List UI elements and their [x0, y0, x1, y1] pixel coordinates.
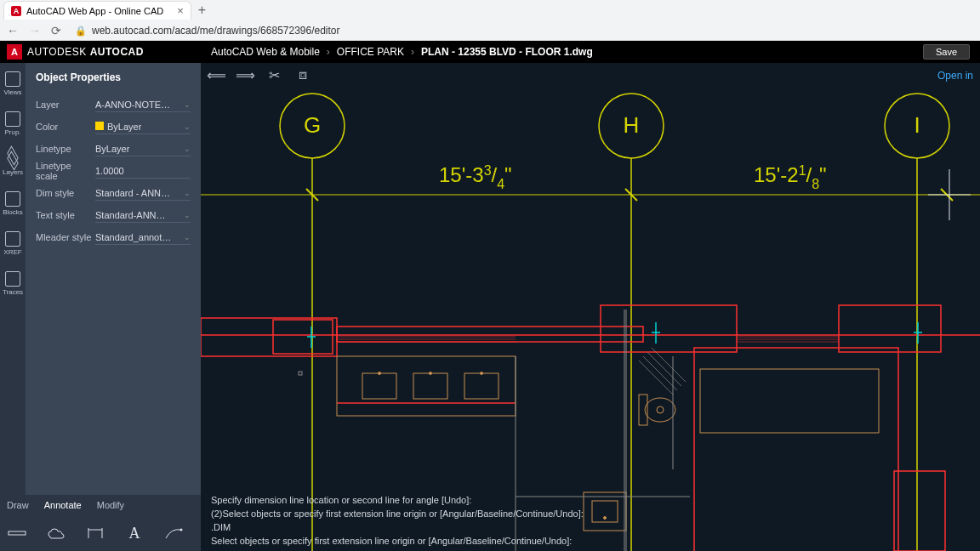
open-in-link[interactable]: Open in	[937, 70, 973, 82]
svg-rect-41	[639, 395, 647, 425]
rail-layers[interactable]: Layers	[3, 151, 23, 176]
prop-layer[interactable]: LayerA-ANNO-NOTE FUR...⌄	[36, 94, 191, 116]
svg-rect-19	[337, 327, 643, 342]
svg-rect-47	[299, 372, 302, 375]
prop-mleader-style[interactable]: Mleader styleStandard_annotati...⌄	[36, 226, 191, 248]
chevron-down-icon: ⌄	[184, 189, 191, 197]
chevron-down-icon: ⌄	[184, 233, 191, 241]
svg-point-34	[481, 372, 483, 375]
drawing-canvas[interactable]: ⟸ ⟹ ✂ ⧈ Open in G H I 15	[201, 63, 980, 551]
breadcrumb-file[interactable]: PLAN - 12355 BLVD - FLOOR 1.dwg	[421, 46, 593, 58]
back-button[interactable]: ←	[7, 24, 19, 37]
brand-text: AUTODESK AUTOCAD	[27, 46, 144, 58]
svg-text:G: G	[304, 112, 321, 138]
forward-button[interactable]: →	[29, 24, 41, 37]
breadcrumb-folder[interactable]: OFFICE PARK	[337, 46, 404, 58]
app-logo: A	[7, 44, 22, 60]
prop-dim-style[interactable]: Dim styleStandard - ANNOTA...⌄	[36, 182, 191, 204]
reload-button[interactable]: ⟳	[51, 24, 61, 37]
prop-color[interactable]: ColorByLayer⌄	[36, 116, 191, 138]
svg-rect-31	[413, 373, 447, 399]
chevron-right-icon: ›	[411, 46, 414, 58]
chevron-right-icon: ›	[327, 46, 330, 58]
svg-line-48	[643, 356, 677, 390]
lock-icon: 🔒	[75, 26, 87, 37]
bottom-tabs: Draw Annotate Modify	[0, 495, 201, 515]
chevron-down-icon: ⌄	[184, 145, 191, 153]
command-output: Specify dimension line location or secon…	[201, 490, 980, 551]
canvas-toolbar: ⟸ ⟹ ✂ ⧈	[208, 66, 311, 83]
dimension-icon[interactable]	[85, 523, 105, 543]
svg-rect-20	[601, 305, 737, 352]
save-button[interactable]: Save	[923, 44, 970, 60]
svg-text:15'-21/8": 15'-21/8"	[754, 163, 827, 191]
svg-line-50	[652, 348, 686, 382]
svg-rect-58	[9, 531, 26, 535]
cloud-icon[interactable]	[46, 523, 66, 543]
svg-rect-18	[273, 320, 333, 354]
properties-panel: Object Properties LayerA-ANNO-NOTE FUR..…	[26, 63, 201, 551]
breadcrumb-root[interactable]: AutoCAD Web & Mobile	[211, 46, 320, 58]
svg-rect-33	[464, 373, 499, 399]
tab-modify[interactable]: Modify	[97, 500, 124, 510]
url-field[interactable]: 🔒 web.autocad.com/acad/me/drawings/66857…	[71, 25, 973, 37]
leader-icon[interactable]	[163, 523, 184, 543]
tab-draw[interactable]: Draw	[7, 500, 29, 510]
rail-xref[interactable]: XREF	[3, 231, 21, 256]
rail-blocks[interactable]: Blocks	[3, 191, 23, 216]
cad-drawing[interactable]: G H I 15'-33/4" 15'-21/8"	[201, 63, 980, 551]
svg-line-49	[647, 352, 681, 386]
rail-views[interactable]: Views	[3, 71, 21, 96]
breadcrumb-bar: AutoCAD Web & Mobile › OFFICE PARK › PLA…	[201, 41, 980, 63]
tab-annotate[interactable]: Annotate	[44, 500, 82, 510]
search-button[interactable]: ⧈	[294, 66, 311, 83]
bottom-tools: A	[0, 515, 201, 551]
svg-point-40	[657, 406, 664, 413]
main-area: Views Prop. Layers Blocks XREF Traces Ob…	[0, 63, 980, 551]
breadcrumb: AutoCAD Web & Mobile › OFFICE PARK › PLA…	[211, 46, 593, 58]
left-rail: Views Prop. Layers Blocks XREF Traces	[0, 63, 26, 551]
svg-point-30	[379, 372, 381, 375]
chevron-down-icon: ⌄	[184, 100, 191, 109]
svg-rect-28	[337, 356, 516, 416]
text-icon[interactable]: A	[124, 523, 145, 543]
svg-rect-22	[839, 305, 941, 352]
tab-title: AutoCAD Web App - Online CAD	[26, 6, 163, 16]
prop-linetype[interactable]: LinetypeByLayer⌄	[36, 138, 191, 160]
svg-point-39	[645, 398, 675, 422]
tab-bar: A AutoCAD Web App - Online CAD × +	[0, 0, 980, 20]
new-tab-button[interactable]: +	[198, 3, 206, 18]
close-icon[interactable]: ×	[177, 4, 184, 17]
svg-text:15'-33/4": 15'-33/4"	[439, 163, 512, 191]
url-text: web.autocad.com/acad/me/drawings/6685723…	[92, 25, 340, 37]
browser-chrome: A AutoCAD Web App - Online CAD × + ← → ⟳…	[0, 0, 980, 41]
undo-button[interactable]: ⟸	[208, 66, 225, 83]
color-chip	[95, 122, 104, 130]
svg-rect-29	[362, 373, 396, 399]
svg-rect-17	[201, 318, 337, 356]
svg-text:I: I	[914, 112, 920, 138]
panel-title: Object Properties	[36, 71, 191, 83]
favicon: A	[11, 6, 21, 16]
select-button[interactable]: ✂	[265, 66, 282, 83]
browser-tab[interactable]: A AutoCAD Web App - Online CAD ×	[3, 1, 191, 20]
chevron-down-icon: ⌄	[184, 122, 191, 131]
svg-point-32	[430, 372, 432, 375]
chevron-down-icon: ⌄	[184, 211, 191, 219]
prop-linetype-scale[interactable]: Linetype scale1.0000	[36, 160, 191, 182]
address-bar: ← → ⟳ 🔒 web.autocad.com/acad/me/drawings…	[0, 20, 980, 41]
prop-text-style[interactable]: Text styleStandard-ANNOTAT...⌄	[36, 204, 191, 226]
svg-rect-35	[700, 369, 879, 433]
redo-button[interactable]: ⟹	[236, 66, 254, 83]
svg-line-51	[639, 361, 673, 395]
svg-text:H: H	[624, 112, 640, 138]
rail-traces[interactable]: Traces	[3, 271, 23, 296]
dimension-linear-icon[interactable]	[7, 523, 27, 543]
rail-properties[interactable]: Prop.	[4, 111, 20, 136]
svg-point-62	[180, 529, 183, 531]
